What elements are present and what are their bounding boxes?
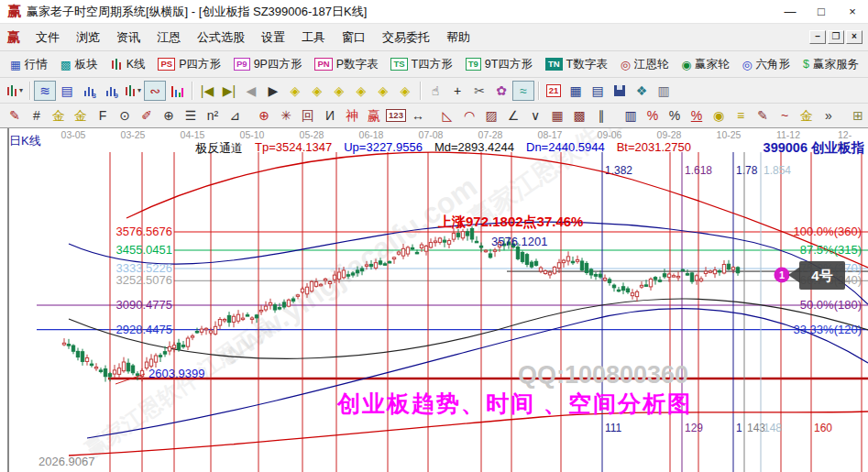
candle-period-dropdown-icon[interactable]: ▾ (137, 87, 141, 94)
flower-tool-button[interactable]: ✿ (490, 81, 512, 101)
minimize-button[interactable]: — (775, 5, 806, 18)
final-grid-button[interactable]: ⊞ (847, 105, 868, 126)
save-export-button[interactable]: ❖ (631, 81, 653, 101)
square-spiral-button[interactable]: 回 (297, 105, 319, 126)
kline-button[interactable]: K线 (104, 55, 152, 74)
menu-tools[interactable]: 工具 (293, 27, 334, 49)
f-ruler-button[interactable]: F (92, 105, 114, 126)
comb-ruler-button[interactable]: # (26, 105, 48, 126)
crosshair-button[interactable]: + (446, 81, 468, 101)
percent-chart-button[interactable]: ▥ (620, 105, 642, 126)
fan-lines-button[interactable]: ◺ (436, 105, 458, 126)
t-square-button[interactable]: TST四方形 (384, 55, 458, 74)
shift-left-button[interactable]: ◈ (284, 81, 306, 101)
percent-line-button[interactable]: % (642, 105, 664, 126)
calendar-button[interactable]: 21 (543, 81, 565, 101)
hexagon-button[interactable]: ◎六角形 (736, 55, 797, 74)
candle-period-button[interactable]: ▾ (122, 81, 144, 101)
maximize-button[interactable]: □ (806, 5, 837, 18)
bars-9-button[interactable]: 9 (100, 81, 122, 101)
jifan-channel-button[interactable]: ∾ (144, 81, 166, 101)
gold-ruler-1-button[interactable]: 金 (48, 105, 70, 126)
cycle-dial-button[interactable]: ⊙ (114, 105, 136, 126)
menu-news[interactable]: 资讯 (108, 27, 148, 49)
width-arrows-button[interactable]: ↔ (407, 105, 429, 126)
notes-button[interactable]: ▤ (587, 81, 609, 101)
gold-ruler-2-button[interactable]: 金 (70, 105, 92, 126)
histogram-button[interactable] (166, 81, 188, 101)
p-square-button[interactable]: PSP四方形 (151, 55, 227, 74)
next-bar-button[interactable]: ▶ (262, 81, 284, 101)
data-truck-button[interactable]: ▥ (653, 81, 675, 101)
child-minimize-button[interactable]: – (809, 30, 826, 44)
starburst-button[interactable]: ✳ (275, 105, 297, 126)
gold-lines-button[interactable]: ≡ (730, 105, 752, 126)
gold-level-button[interactable]: 金 (796, 105, 818, 126)
wave-tool-button[interactable]: ≈ (512, 81, 534, 101)
9p-square-button[interactable]: P99P四方形 (227, 55, 308, 74)
9t-square-button[interactable]: T99T四方形 (459, 55, 539, 74)
save-button[interactable] (609, 81, 631, 101)
grid-123-button[interactable]: 123 (385, 105, 407, 126)
pattern-box-button[interactable]: ≋ (34, 81, 56, 101)
drag-hand-button[interactable]: ☝ (424, 81, 446, 101)
percent-button[interactable]: % (664, 105, 686, 126)
quotes-button[interactable]: ▦行情 (4, 55, 54, 74)
menu-file[interactable]: 文件 (27, 27, 68, 49)
expand-h-button[interactable]: ◈ (328, 81, 350, 101)
t-table-button[interactable]: TNT数字表 (539, 55, 614, 74)
sectors-button[interactable]: ▩板块 (54, 55, 104, 74)
grid-red-button[interactable]: ▦ (546, 105, 568, 126)
gold-circle-button[interactable]: ◉ (708, 105, 730, 126)
note-list-button[interactable]: ▤ (56, 81, 78, 101)
measure-button[interactable]: ✂ (468, 81, 490, 101)
pen-mark-button[interactable]: ✎ (752, 105, 774, 126)
k-wave-button[interactable]: И (319, 105, 341, 126)
prev-bar-button[interactable]: ◀ (240, 81, 262, 101)
calculator-button[interactable]: ▦ (565, 81, 587, 101)
first-bar-button[interactable]: |◀ (196, 81, 218, 101)
more-tools-button[interactable]: » (818, 105, 840, 126)
angle-flag-button[interactable]: ⊿ (224, 105, 246, 126)
child-restore-button[interactable]: ❐ (828, 30, 844, 44)
last-bar-button[interactable]: ▶| (218, 81, 240, 101)
grid-red-2-button[interactable]: ▩ (568, 105, 590, 126)
angle-lines-button[interactable]: ∠ (502, 105, 524, 126)
shift-right-button[interactable]: ◈ (306, 81, 328, 101)
gann-wheel-button[interactable]: ◎江恩轮 (614, 55, 675, 74)
kline-style-button[interactable]: ▾ (4, 81, 26, 101)
bars-3-button[interactable]: 3 (78, 81, 100, 101)
ruler-ticks-button[interactable]: ☰ (180, 105, 202, 126)
wheel-small-button[interactable]: ⊕ (158, 105, 180, 126)
shen-grid-button[interactable]: 神 (341, 105, 363, 126)
parallel-lines-button[interactable]: ∥ (590, 105, 612, 126)
n-squared-button[interactable]: n² (202, 105, 224, 126)
close-button[interactable]: × (837, 5, 868, 18)
menu-browse[interactable]: 浏览 (68, 27, 108, 49)
v-lines-button[interactable]: ∨ (524, 105, 546, 126)
chart-canvas[interactable]: www.yingjiacaifu.com赢家江恩软件 江恩工具赢家江恩软件 江恩… (0, 128, 868, 472)
ying-grid-button[interactable]: 赢 (363, 105, 385, 126)
winner-service-button[interactable]: $赢家服务 (797, 55, 865, 74)
candle-body (246, 315, 248, 317)
expand-all-button[interactable]: ◈ (394, 81, 416, 101)
compress-all-button[interactable]: ◈ (372, 81, 394, 101)
brush-button[interactable]: ✐ (136, 105, 158, 126)
gann-target-button[interactable]: ⊕ (253, 105, 275, 126)
arc-tool-button[interactable]: ◠ (458, 105, 480, 126)
menu-gann[interactable]: 江恩 (148, 27, 189, 49)
menu-window-menu[interactable]: 窗口 (334, 27, 374, 49)
menu-settings[interactable]: 设置 (253, 27, 293, 49)
compress-h-button[interactable]: ◈ (350, 81, 372, 101)
winner-wheel-button[interactable]: ◉赢家轮 (675, 55, 735, 74)
menu-help[interactable]: 帮助 (438, 27, 478, 49)
percent-under-button[interactable]: % (686, 105, 708, 126)
p-table-button[interactable]: PNP数字表 (308, 55, 384, 74)
kline-style-dropdown-icon[interactable]: ▾ (19, 87, 23, 94)
wave-curve-button[interactable]: ~ (774, 105, 796, 126)
grid-shade-button[interactable]: ▨ (480, 105, 502, 126)
menu-stock-picker[interactable]: 公式选股 (189, 27, 253, 49)
menu-trade[interactable]: 交易委托 (374, 27, 438, 49)
pencil-button[interactable]: ✎ (4, 105, 26, 126)
child-close-button[interactable]: × (846, 30, 863, 44)
